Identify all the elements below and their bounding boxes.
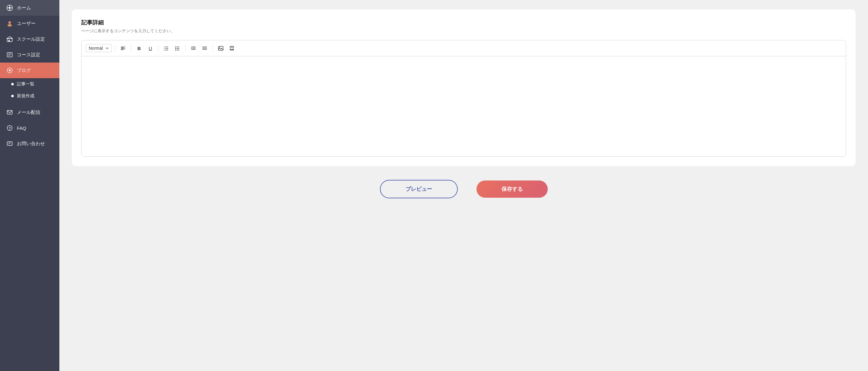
image-button[interactable] <box>216 44 225 53</box>
sidebar-sub-item-new-article[interactable]: 新規作成 <box>0 90 59 102</box>
indent-button[interactable] <box>200 44 209 53</box>
toolbar-divider-3 <box>158 45 158 51</box>
user-icon <box>6 20 13 27</box>
svg-point-46 <box>219 47 220 48</box>
sub-dot-2 <box>11 95 14 97</box>
chevron-down-icon <box>105 46 109 50</box>
sub-dot-1 <box>11 83 14 85</box>
course-icon <box>6 51 13 58</box>
school-icon <box>6 36 13 42</box>
sidebar-item-faq-label: FAQ <box>17 125 26 131</box>
sidebar-sub-new-article-label: 新規作成 <box>17 93 34 99</box>
bottom-bar: プレビュー 保存する <box>72 174 856 201</box>
toolbar-divider-4 <box>185 45 186 51</box>
sidebar-item-home[interactable]: ホーム <box>0 0 59 16</box>
unordered-list-button[interactable] <box>173 44 182 53</box>
sidebar-item-mail[interactable]: メール配信 <box>0 105 59 120</box>
sidebar-item-blog[interactable]: ブログ <box>0 62 59 78</box>
sidebar-item-course-label: コース設定 <box>17 52 40 58</box>
link-button[interactable] <box>227 44 237 53</box>
preview-button[interactable]: プレビュー <box>380 180 458 198</box>
sidebar-item-faq[interactable]: ? FAQ <box>0 120 59 136</box>
svg-rect-9 <box>8 40 10 41</box>
svg-text:?: ? <box>9 126 11 130</box>
ordered-list-button[interactable]: 1. 2. 3. <box>161 44 171 53</box>
editor-body[interactable] <box>82 56 846 156</box>
align-left-button[interactable] <box>118 44 128 53</box>
sidebar-sub-item-article-list[interactable]: 記事一覧 <box>0 78 59 90</box>
underline-button[interactable]: U <box>146 44 155 53</box>
toolbar-divider-1 <box>115 45 115 51</box>
faq-icon: ? <box>6 124 13 132</box>
sidebar-item-course[interactable]: コース設定 <box>0 47 59 62</box>
sidebar-item-blog-label: ブログ <box>17 67 31 74</box>
sidebar-item-school-label: スクール設定 <box>17 36 45 42</box>
svg-point-1 <box>9 7 11 9</box>
home-icon <box>6 4 13 11</box>
sidebar-item-home-label: ホーム <box>17 5 31 11</box>
sidebar-item-user[interactable]: ユーザー <box>0 16 59 31</box>
sidebar: ホーム ユーザー スクール設定 <box>0 0 59 371</box>
save-button[interactable]: 保存する <box>476 180 548 198</box>
svg-point-33 <box>175 47 176 48</box>
editor-wrapper: Normal <box>81 40 846 157</box>
blog-icon <box>6 67 13 74</box>
svg-rect-20 <box>7 142 12 145</box>
svg-point-16 <box>9 69 11 71</box>
bold-button[interactable]: B <box>134 44 144 53</box>
sidebar-item-contact[interactable]: お問い合わせ <box>0 136 59 151</box>
svg-point-6 <box>8 21 11 24</box>
format-select[interactable]: Normal <box>86 44 112 52</box>
editor-toolbar: Normal <box>82 40 846 56</box>
sidebar-sub-article-list-label: 記事一覧 <box>17 81 34 87</box>
svg-rect-45 <box>218 46 223 50</box>
main-content: 記事詳細 ページに表示するコンテンツを入力してください。 Normal <box>59 0 868 371</box>
sidebar-item-school[interactable]: スクール設定 <box>0 31 59 47</box>
svg-text:3.: 3. <box>164 49 165 51</box>
outdent-button[interactable] <box>189 44 198 53</box>
svg-marker-10 <box>7 37 12 38</box>
section-title: 記事詳細 <box>81 19 846 26</box>
svg-point-35 <box>175 48 176 49</box>
blog-submenu: 記事一覧 新規作成 <box>0 78 59 105</box>
section-desc: ページに表示するコンテンツを入力してください。 <box>81 28 846 34</box>
sidebar-item-mail-label: メール配信 <box>17 110 40 115</box>
sidebar-item-contact-label: お問い合わせ <box>17 141 45 147</box>
contact-icon <box>6 140 13 147</box>
format-select-value: Normal <box>89 46 103 51</box>
svg-point-7 <box>7 24 12 27</box>
svg-point-37 <box>175 50 176 51</box>
sidebar-item-user-label: ユーザー <box>17 21 36 27</box>
mail-icon <box>6 109 13 116</box>
article-detail-card: 記事詳細 ページに表示するコンテンツを入力してください。 Normal <box>72 9 856 166</box>
